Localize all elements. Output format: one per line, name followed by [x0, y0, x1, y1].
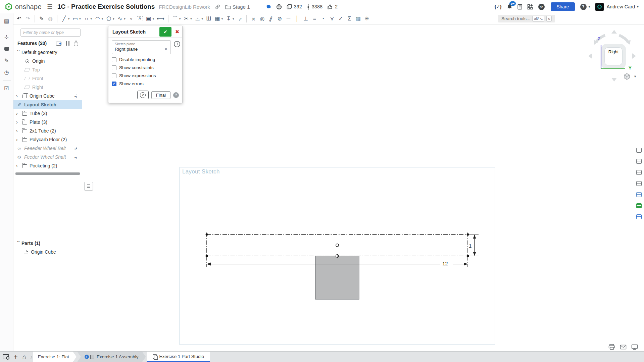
chevron-right-icon[interactable]: ›: [16, 128, 21, 133]
sheet-metal-panel-button[interactable]: [635, 146, 643, 154]
bom-panel-button[interactable]: [635, 212, 643, 221]
spline-tool[interactable]: ∿▾: [116, 14, 126, 23]
onshape-logo-icon[interactable]: [5, 3, 13, 11]
option-show-expressions[interactable]: Show expressions: [112, 73, 179, 78]
use-project-tool[interactable]: ▣▾: [145, 14, 155, 23]
concentric-tool[interactable]: ◎: [258, 14, 266, 23]
sync-tool[interactable]: Σ: [345, 14, 353, 23]
share-button[interactable]: Share: [551, 2, 575, 11]
coincident-tool[interactable]: ×: [249, 14, 257, 23]
caret-down-icon[interactable]: ▾: [201, 17, 203, 20]
user-name[interactable]: Andrew Card: [606, 4, 635, 9]
chevron-down-icon[interactable]: ›: [16, 241, 21, 246]
dialog-title-bar[interactable]: Layout Sketch ✔ ✖: [108, 26, 182, 38]
home-tab-icon[interactable]: ⌂: [22, 354, 26, 360]
document-panel-rail-button[interactable]: ▤: [2, 16, 11, 25]
copies-icon[interactable]: [287, 4, 292, 9]
checkbox[interactable]: [112, 82, 116, 86]
dimension-tool[interactable]: ⟷: [156, 14, 165, 23]
notifications-button[interactable]: 9+: [507, 4, 512, 10]
linear-pattern-tool[interactable]: ▦▾: [213, 14, 224, 23]
polygon-tool[interactable]: ⬠▾: [105, 14, 115, 23]
history-rail-button[interactable]: ◷: [2, 67, 11, 77]
feature-row-layout-sketch[interactable]: ✎Layout Sketch: [13, 100, 82, 109]
height-dimension[interactable]: 1: [468, 243, 473, 249]
corner-rectangle-tool[interactable]: ▭▾: [71, 14, 82, 23]
hamburger-menu-icon[interactable]: ☰: [47, 3, 53, 11]
part-row-origin-cube[interactable]: Origin Cube: [13, 248, 82, 256]
folder-icon[interactable]: [225, 4, 231, 9]
hole-table-panel-button[interactable]: [635, 168, 643, 176]
tasks-rail-button[interactable]: ☑: [2, 84, 11, 93]
fix-tool[interactable]: ▨: [354, 14, 362, 23]
feature-row-right[interactable]: Right: [13, 83, 82, 92]
learning-center-icon[interactable]: ⚙: [538, 4, 545, 10]
tab-exercise-1-flat[interactable]: Exercise 1: Flat: [33, 352, 77, 362]
isometric-cube-button[interactable]: ▼: [623, 73, 637, 80]
caret-down-icon[interactable]: ▾: [102, 17, 103, 20]
undo-tool[interactable]: ↶: [15, 14, 23, 23]
chevron-right-icon[interactable]: ›: [16, 137, 21, 142]
caret-down-icon[interactable]: ▾: [179, 17, 181, 20]
feature-state-dots-icon[interactable]: ⋮: [74, 155, 78, 159]
feature-row-origin-cube[interactable]: ›Origin Cube⋮: [13, 92, 82, 100]
print-icon[interactable]: [608, 344, 615, 350]
tangent-tool[interactable]: ⊘: [276, 14, 284, 23]
normal-tool[interactable]: ⋎: [328, 14, 336, 23]
variables-panel-button[interactable]: [635, 179, 643, 188]
view-options-caret-icon[interactable]: ▼: [634, 75, 637, 78]
chevron-right-icon[interactable]: ›: [16, 111, 21, 116]
midpoint-tool[interactable]: -•-: [319, 14, 327, 23]
equal-tool[interactable]: =: [310, 14, 318, 23]
caret-down-icon[interactable]: ▾: [79, 17, 81, 20]
feature-row-polycarb-floor-2[interactable]: ›Polycarb Floor (2): [13, 135, 82, 144]
email-icon[interactable]: [620, 345, 627, 350]
feature-row-origin[interactable]: Origin: [13, 57, 82, 65]
chevron-right-icon[interactable]: ›: [16, 163, 21, 168]
configurations-panel-button[interactable]: [635, 190, 643, 199]
caret-down-icon[interactable]: ▾: [68, 17, 69, 20]
caret-down-icon[interactable]: ▾: [113, 17, 114, 20]
checkbox[interactable]: [112, 65, 116, 70]
cancel-button[interactable]: ✖: [174, 29, 181, 35]
search-tools[interactable]: Search tools... alt/⌥ c: [498, 15, 555, 22]
width-dimension[interactable]: 12: [441, 261, 449, 266]
transform-tool[interactable]: ↔: [236, 14, 244, 23]
feature-row-front[interactable]: Front: [13, 74, 82, 83]
chevron-down-icon[interactable]: ›: [16, 50, 21, 55]
onshape-wordmark[interactable]: onshape: [15, 3, 42, 11]
horizontal-tool[interactable]: ─: [284, 14, 292, 23]
help-button[interactable]: ?: [580, 4, 587, 10]
fillet-tool[interactable]: ⌒▾: [171, 14, 182, 23]
feature-row-tube-3[interactable]: ›Tube (3): [13, 109, 82, 118]
caret-down-icon[interactable]: ▾: [153, 17, 154, 20]
caret-down-icon[interactable]: ▾: [124, 17, 125, 20]
new-folder-icon[interactable]: [56, 41, 62, 46]
user-caret-icon[interactable]: ▼: [636, 5, 639, 8]
clear-selection-icon[interactable]: ✕: [164, 47, 168, 52]
insert-image-tool[interactable]: ◍: [46, 14, 54, 23]
redo-tool[interactable]: ↷: [24, 14, 32, 23]
comments-rail-button[interactable]: [2, 44, 11, 53]
feature-script-icon[interactable]: {✓}: [494, 4, 501, 10]
offset-tool[interactable]: ⌓▾: [193, 14, 204, 23]
sketch-tool[interactable]: ✎: [38, 14, 46, 23]
caret-down-icon[interactable]: ▾: [233, 17, 234, 20]
curvature-tool[interactable]: ✓: [337, 14, 345, 23]
parallel-tool[interactable]: ∥: [267, 14, 275, 23]
parts-header-row[interactable]: › Parts (1): [13, 239, 82, 248]
feature-row-pocketing-2[interactable]: ›Pocketing (2): [13, 161, 82, 170]
regeneration-time-icon[interactable]: [73, 41, 79, 46]
perpendicular-tool[interactable]: ⊥: [302, 14, 310, 23]
vertical-tool[interactable]: │: [293, 14, 301, 23]
checkbox[interactable]: [112, 57, 116, 62]
feature-row-default-geometry[interactable]: ›Default geometry: [13, 48, 82, 57]
arc-tool[interactable]: ◠▾: [94, 14, 104, 23]
sketch-plane-field[interactable]: Sketch plane Right plane ✕: [112, 40, 171, 54]
accept-button[interactable]: ✔: [159, 27, 171, 37]
caret-down-icon[interactable]: ▾: [221, 17, 223, 20]
pierce-tool[interactable]: ✳: [363, 14, 371, 23]
circle-tool[interactable]: ○▾: [83, 14, 93, 23]
chevron-right-icon[interactable]: ›: [16, 120, 21, 124]
text-tool[interactable]: A: [136, 14, 144, 23]
